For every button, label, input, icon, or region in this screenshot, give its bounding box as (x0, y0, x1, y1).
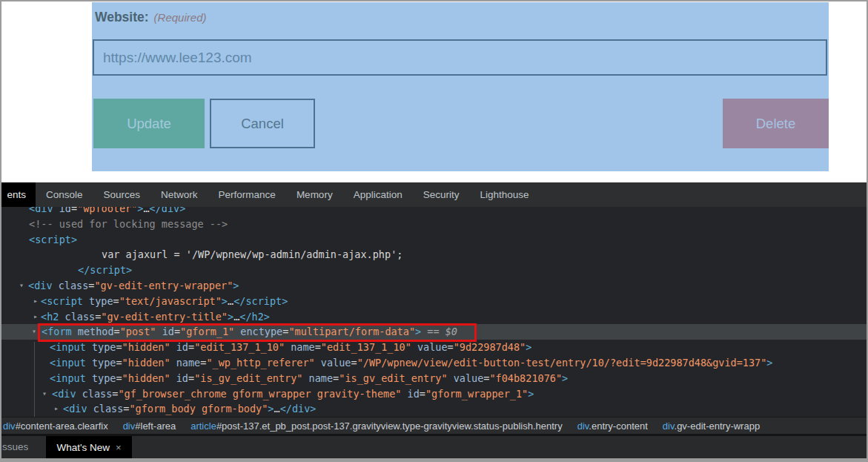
collapse-arrow-icon[interactable]: ▸ (33, 309, 38, 325)
devtools-tabs: ConsoleSourcesNetworkPerformanceMemoryAp… (36, 182, 540, 207)
frame-border-bottom (0, 458, 868, 462)
website-label-text: Website: (95, 10, 149, 24)
dom-tree-row[interactable]: <div id="wpfooter">…</div> (0, 207, 868, 217)
dom-node-source: <script type="text/javascript">…</script… (41, 294, 288, 309)
dom-tree-row[interactable]: <input type="hidden" name="_wp_http_refe… (0, 355, 868, 371)
dom-node-source: <div id="wpfooter">…</div> (29, 207, 185, 217)
tab-security[interactable]: Security (413, 182, 470, 207)
devtools-panel: ents ConsoleSourcesNetworkPerformanceMem… (0, 182, 868, 462)
drawer-tab-whats-new[interactable]: What's New × (46, 436, 132, 458)
dom-node-source: <div class="gform_body gform-body">…</di… (63, 401, 316, 417)
breadcrumb-item[interactable]: div.entry-content (577, 420, 648, 432)
dom-tree-row[interactable]: ▾<div class="gf_browser_chrome gform_wra… (0, 386, 868, 402)
update-button[interactable]: Update (93, 99, 205, 148)
expand-arrow-icon[interactable]: ▾ (32, 324, 36, 340)
expand-arrow-icon[interactable]: ▾ (42, 386, 47, 402)
tab-elements[interactable]: ents (0, 182, 36, 207)
drawer-tab-issues[interactable]: ssues (2, 436, 28, 458)
breadcrumb-item[interactable]: div#content-area.clearfix (3, 420, 108, 432)
screenshot-root: Website:(Required) Update Cancel Delete … (0, 0, 868, 462)
tab-performance[interactable]: Performance (208, 182, 286, 207)
website-url-input[interactable] (93, 39, 827, 76)
dom-tree-row[interactable]: ▸<script type="text/javascript">…</scrip… (0, 294, 868, 309)
dom-tree-row[interactable]: ▸<div class="gform_body gform-body">…</d… (0, 401, 868, 417)
whats-new-label: What's New (56, 442, 110, 453)
tab-sources[interactable]: Sources (93, 182, 151, 207)
collapse-arrow-icon[interactable]: ▸ (33, 294, 38, 309)
collapse-arrow-icon[interactable]: ▸ (54, 401, 59, 417)
dom-tree-row[interactable]: <input type="hidden" id="is_gv_edit_entr… (0, 371, 868, 386)
dom-tree-row[interactable]: ▾<div class="gv-edit-entry-wrapper"> (0, 278, 868, 294)
tab-memory[interactable]: Memory (286, 182, 343, 207)
tab-console[interactable]: Console (36, 182, 93, 207)
dom-node-source: <div class="gf_browser_chrome gform_wrap… (52, 386, 534, 402)
breadcrumb: div#content-area.clearfixdiv#left-areaar… (0, 417, 868, 434)
tab-lighthouse[interactable]: Lighthouse (469, 182, 539, 207)
expand-arrow-icon[interactable]: ▾ (19, 278, 24, 294)
dom-tree-row[interactable]: ▸<h2 class="gv-edit-entry-title">…</h2> (0, 309, 868, 325)
browser-page-area: Website:(Required) Update Cancel Delete (1, 1, 867, 182)
delete-button[interactable]: Delete (723, 99, 829, 148)
inspect-highlight-overlay: Website:(Required) Update Cancel Delete (92, 2, 829, 171)
dom-node-source: <script> (29, 232, 77, 248)
required-hint: (Required) (154, 11, 207, 24)
close-icon[interactable]: × (116, 442, 122, 453)
dom-tree-row[interactable]: var ajaxurl = '/WP/wpnew/wp-admin/admin-… (0, 247, 868, 263)
cancel-button[interactable]: Cancel (210, 99, 315, 148)
dom-tree-row[interactable]: <!-- used for locking message --> (0, 217, 868, 232)
devtools-tabbar: ents ConsoleSourcesNetworkPerformanceMem… (0, 182, 868, 207)
dom-node-source: <input type="hidden" id="edit_137_1_10" … (50, 340, 531, 355)
dom-tree-row[interactable]: </script> (0, 263, 868, 278)
dom-node-source: <input type="hidden" id="is_gv_edit_entr… (50, 371, 568, 386)
dom-node-source: </script> (78, 263, 132, 278)
breadcrumb-item[interactable]: div#left-area (123, 420, 176, 432)
drawer-tabbar: ssues What's New × (0, 436, 868, 458)
dom-tree-row[interactable]: <input type="hidden" id="edit_137_1_10" … (0, 340, 868, 355)
dom-node-source: <h2 class="gv-edit-entry-title">…</h2> (41, 309, 270, 325)
tab-application[interactable]: Application (343, 182, 413, 207)
dom-tree-row[interactable]: <script> (0, 232, 868, 248)
tab-network[interactable]: Network (150, 182, 208, 207)
breadcrumb-item[interactable]: div.gv-edit-entry-wrapp (663, 420, 760, 432)
dom-tree: <div id="wpfooter">…</div><!-- used for … (0, 207, 868, 417)
breadcrumb-item[interactable]: article#post-137.et_pb_post.post-137.gra… (191, 420, 563, 432)
dom-node-source: var ajaxurl = '/WP/wpnew/wp-admin/admin-… (102, 247, 402, 263)
dom-node-source: <form method="post" id="gform_1" enctype… (42, 324, 457, 340)
dom-node-source: <!-- used for locking message --> (29, 217, 228, 232)
website-field-label: Website:(Required) (95, 10, 206, 25)
dom-node-source: <input type="hidden" name="_wp_http_refe… (50, 355, 772, 371)
dom-tree-row[interactable]: ▾<form method="post" id="gform_1" enctyp… (0, 324, 868, 340)
dom-node-source: <div class="gv-edit-entry-wrapper"> (28, 278, 239, 294)
